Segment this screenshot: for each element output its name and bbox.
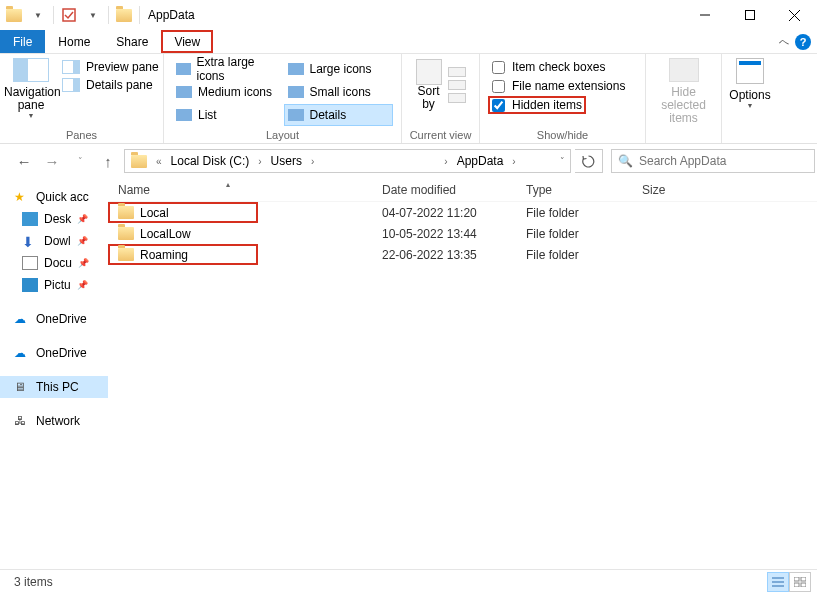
group-current-view: Sort by Current view	[402, 54, 480, 143]
file-type-cell: File folder	[516, 248, 632, 262]
tree-quick-access[interactable]: ★Quick acc	[0, 186, 108, 208]
file-row[interactable]: LocalLow10-05-2022 13:44File folder	[108, 223, 817, 244]
file-name-cell[interactable]: LocalLow	[108, 227, 372, 241]
chevron-icon[interactable]: ›	[308, 156, 317, 167]
file-list: Name▴ Date modified Type Size Local04-07…	[108, 178, 817, 586]
folder-icon	[127, 150, 151, 172]
file-name-cell[interactable]: Roaming	[108, 244, 258, 265]
forward-button[interactable]: →	[40, 149, 64, 173]
chevron-icon[interactable]: ›	[441, 156, 450, 167]
view-extra-large-icons[interactable]: Extra large icons	[172, 58, 282, 80]
folder-icon	[118, 227, 134, 240]
tab-share[interactable]: Share	[103, 30, 161, 53]
column-headers: Name▴ Date modified Type Size	[108, 178, 817, 202]
view-medium-icons[interactable]: Medium icons	[172, 81, 282, 103]
back-button[interactable]: ←	[12, 149, 36, 173]
qat-dropdown-2[interactable]: ▼	[82, 4, 104, 26]
tree-downloads[interactable]: ⬇Dowl📌	[0, 230, 108, 252]
tree-onedrive-1[interactable]: ☁OneDrive	[0, 308, 108, 330]
navigation-tree: ★Quick acc Desk📌 ⬇Dowl📌 Docu📌 Pictu📌 ☁On…	[0, 178, 108, 586]
chevron-icon[interactable]: ›	[255, 156, 264, 167]
tree-desktop[interactable]: Desk📌	[0, 208, 108, 230]
details-pane-button[interactable]: Details pane	[62, 78, 159, 92]
view-small-icons[interactable]: Small icons	[284, 81, 394, 103]
svg-rect-0	[63, 9, 75, 21]
title-bar: ▼ ▼ AppData	[0, 0, 817, 30]
add-columns-button[interactable]	[448, 67, 466, 77]
view-details-toggle[interactable]	[767, 572, 789, 592]
address-bar[interactable]: « Local Disk (C:) › Users › › AppData › …	[124, 149, 571, 173]
view-thumbnails-toggle[interactable]	[789, 572, 811, 592]
view-large-icons[interactable]: Large icons	[284, 58, 394, 80]
tree-network[interactable]: 🖧Network	[0, 410, 108, 432]
file-date-cell: 04-07-2022 11:20	[372, 206, 516, 220]
quick-access-toolbar: ▼ ▼	[3, 4, 142, 26]
chevron-icon[interactable]: ›	[509, 156, 518, 167]
item-check-boxes-checkbox[interactable]: Item check boxes	[488, 59, 609, 75]
size-columns-button[interactable]	[448, 93, 466, 103]
hidden-items-checkbox[interactable]: Hidden items	[488, 96, 586, 114]
chevron-icon[interactable]: «	[153, 156, 165, 167]
hide-selected-items-button[interactable]: Hide selected items	[646, 54, 722, 143]
svg-rect-9	[801, 577, 806, 581]
col-type[interactable]: Type	[516, 183, 632, 197]
file-date-cell: 10-05-2022 13:44	[372, 227, 516, 241]
tree-pictures[interactable]: Pictu📌	[0, 274, 108, 296]
preview-pane-button[interactable]: Preview pane	[62, 60, 159, 74]
file-row[interactable]: Roaming22-06-2022 13:35File folder	[108, 244, 817, 265]
refresh-button[interactable]	[575, 149, 603, 173]
view-details[interactable]: Details	[284, 104, 394, 126]
crumb-appdata[interactable]: AppData	[453, 150, 508, 172]
tree-this-pc[interactable]: 🖥This PC	[0, 376, 108, 398]
tree-onedrive-2[interactable]: ☁OneDrive	[0, 342, 108, 364]
maximize-button[interactable]	[727, 1, 772, 29]
ribbon-collapse-icon[interactable]: へ	[779, 35, 789, 49]
window-title: AppData	[148, 8, 195, 22]
address-dropdown[interactable]: ˅	[557, 156, 568, 166]
file-row[interactable]: Local04-07-2022 11:20File folder	[108, 202, 817, 223]
folder-icon-2	[113, 4, 135, 26]
file-type-cell: File folder	[516, 206, 632, 220]
sort-indicator-icon: ▴	[226, 180, 230, 189]
tab-home[interactable]: Home	[45, 30, 103, 53]
crumb-hidden[interactable]	[319, 150, 439, 172]
minimize-button[interactable]	[682, 1, 727, 29]
up-button[interactable]: ↑	[96, 149, 120, 173]
status-bar: 3 items	[0, 569, 817, 593]
col-date[interactable]: Date modified	[372, 183, 516, 197]
navigation-pane-button[interactable]: Navigation pane ▼	[4, 56, 58, 119]
folder-icon[interactable]	[3, 4, 25, 26]
qat-dropdown[interactable]: ▼	[27, 4, 49, 26]
close-button[interactable]	[772, 1, 817, 29]
search-input[interactable]	[639, 154, 808, 168]
col-size[interactable]: Size	[632, 183, 732, 197]
file-date-cell: 22-06-2022 13:35	[372, 248, 516, 262]
sort-by-button[interactable]: Sort by	[416, 59, 442, 111]
search-box[interactable]: 🔍	[611, 149, 815, 173]
folder-icon	[118, 248, 134, 261]
group-layout: Extra large icons Large icons Medium ico…	[164, 54, 402, 143]
tab-file[interactable]: File	[0, 30, 45, 53]
file-name-cell[interactable]: Local	[108, 202, 258, 223]
help-icon[interactable]: ?	[795, 34, 811, 50]
group-panes: Navigation pane ▼ Preview pane Details p…	[0, 54, 164, 143]
svg-rect-8	[794, 577, 799, 581]
content-area: ★Quick acc Desk📌 ⬇Dowl📌 Docu📌 Pictu📌 ☁On…	[0, 178, 817, 586]
tree-documents[interactable]: Docu📌	[0, 252, 108, 274]
options-button[interactable]: Options ▼	[722, 54, 778, 143]
crumb-users[interactable]: Users	[267, 150, 306, 172]
col-name[interactable]: Name▴	[108, 183, 372, 197]
crumb-disk[interactable]: Local Disk (C:)	[167, 150, 254, 172]
view-list[interactable]: List	[172, 104, 282, 126]
ribbon: Navigation pane ▼ Preview pane Details p…	[0, 54, 817, 144]
svg-rect-11	[801, 583, 806, 587]
svg-rect-2	[745, 11, 754, 20]
ribbon-tabs: File Home Share View へ ?	[0, 30, 817, 54]
search-icon: 🔍	[618, 154, 633, 168]
group-by-button[interactable]	[448, 80, 466, 90]
file-name-extensions-checkbox[interactable]: File name extensions	[488, 78, 629, 94]
item-count: 3 items	[14, 575, 53, 589]
tab-view[interactable]: View	[161, 30, 213, 53]
recent-locations-button[interactable]: ˅	[68, 149, 92, 173]
properties-button[interactable]	[58, 4, 80, 26]
